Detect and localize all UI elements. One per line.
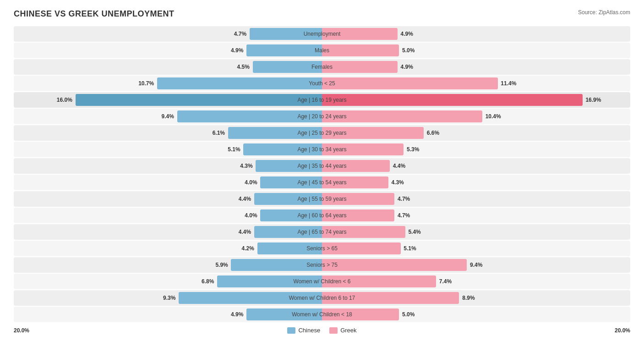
bar-left-value: 16.0% xyxy=(57,97,72,103)
bar-left-value: 4.3% xyxy=(240,163,252,169)
bar-row: 5.9%9.4%Seniors > 75 xyxy=(14,257,630,273)
bar-pink xyxy=(322,44,399,56)
legend-box-greek xyxy=(329,327,338,334)
bar-blue xyxy=(157,77,322,89)
bar-row: 4.4%4.7%Age | 55 to 59 years xyxy=(14,191,630,207)
bar-label: Age | 20 to 24 years xyxy=(297,109,346,124)
bar-right-value: 4.7% xyxy=(398,196,410,202)
bar-left-value: 10.7% xyxy=(138,80,154,87)
bar-row: 6.8%7.4%Women w/ Children < 6 xyxy=(14,274,630,289)
bar-pink xyxy=(322,259,467,271)
bar-row: 4.4%5.4%Age | 65 to 74 years xyxy=(14,224,630,240)
bar-label: Males xyxy=(315,43,329,58)
bar-blue xyxy=(246,44,322,56)
chart-body: 4.7%4.9%Unemployment4.9%5.0%Males4.5%4.9… xyxy=(14,26,630,322)
bar-row: 4.5%4.9%Females xyxy=(14,59,630,75)
bar-label: Youth < 25 xyxy=(309,76,335,91)
bar-row: 16.0%16.9%Age | 16 to 19 years xyxy=(14,92,630,108)
bar-blue xyxy=(76,94,322,106)
bar-left-value: 5.1% xyxy=(228,146,240,153)
chart-source: Source: ZipAtlas.com xyxy=(578,9,630,16)
bar-row: 4.3%4.4%Age | 35 to 44 years xyxy=(14,158,630,174)
chart-footer: 20.0% Chinese Greek 20.0% xyxy=(14,327,630,334)
bar-label: Seniors > 75 xyxy=(306,257,338,273)
x-axis-left: 20.0% xyxy=(14,327,29,334)
bar-pink xyxy=(322,61,398,73)
bar-row: 10.7%11.4%Youth < 25 xyxy=(14,76,630,91)
bar-label: Age | 30 to 34 years xyxy=(297,142,346,157)
bar-label: Women w/ Children < 18 xyxy=(292,307,352,322)
bar-right-value: 5.4% xyxy=(408,229,420,235)
bar-row: 9.3%8.9%Women w/ Children 6 to 17 xyxy=(14,290,630,306)
x-axis-right: 20.0% xyxy=(615,327,630,334)
bar-right-value: 7.4% xyxy=(439,278,452,285)
legend-label-chinese: Chinese xyxy=(298,327,320,334)
bar-right-value: 5.0% xyxy=(402,311,415,318)
bar-right-value: 6.6% xyxy=(427,130,439,136)
bar-label: Women w/ Children < 6 xyxy=(294,274,351,289)
bar-left-value: 4.5% xyxy=(237,64,250,70)
bar-label: Seniors > 65 xyxy=(306,241,338,256)
bar-row: 5.1%5.3%Age | 30 to 34 years xyxy=(14,142,630,157)
chart-header: CHINESE VS GREEK UNEMPLOYMENT Source: Zi… xyxy=(14,9,630,19)
bar-row: 9.4%10.4%Age | 20 to 24 years xyxy=(14,109,630,124)
bar-right-value: 4.9% xyxy=(401,64,413,70)
bar-left-value: 9.3% xyxy=(163,295,175,301)
bar-right-value: 11.4% xyxy=(501,80,516,87)
chart-title: CHINESE VS GREEK UNEMPLOYMENT xyxy=(14,9,175,19)
bar-right-value: 5.3% xyxy=(407,146,419,153)
bar-label: Age | 25 to 29 years xyxy=(297,125,346,141)
bar-label: Females xyxy=(311,59,333,75)
bar-label: Age | 45 to 54 years xyxy=(297,175,346,190)
bar-pink xyxy=(322,94,583,106)
bar-left-value: 4.4% xyxy=(239,229,251,235)
bar-left-value: 4.4% xyxy=(239,196,251,202)
chart-container: CHINESE VS GREEK UNEMPLOYMENT Source: Zi… xyxy=(14,9,630,334)
bar-label: Age | 60 to 64 years xyxy=(297,208,346,223)
bar-row: 4.7%4.9%Unemployment xyxy=(14,26,630,42)
bar-right-value: 8.9% xyxy=(462,295,475,301)
bar-right-value: 10.4% xyxy=(486,113,501,120)
legend-box-chinese xyxy=(287,327,295,334)
bar-label: Women w/ Children 6 to 17 xyxy=(289,290,355,306)
bar-label: Age | 65 to 74 years xyxy=(297,224,346,240)
bar-row: 4.2%5.1%Seniors > 65 xyxy=(14,241,630,256)
bar-label: Age | 55 to 59 years xyxy=(297,191,346,207)
bar-right-value: 16.9% xyxy=(585,97,601,103)
bar-left-value: 6.8% xyxy=(202,278,214,285)
bar-right-value: 5.1% xyxy=(404,245,416,252)
bar-right-value: 4.9% xyxy=(401,31,413,37)
bar-row: 6.1%6.6%Age | 25 to 29 years xyxy=(14,125,630,141)
bar-left-value: 4.7% xyxy=(234,31,246,37)
bar-left-value: 5.9% xyxy=(215,262,228,268)
bar-left-value: 9.4% xyxy=(162,113,174,120)
bar-row: 4.9%5.0%Women w/ Children < 18 xyxy=(14,307,630,322)
bar-right-value: 4.3% xyxy=(391,179,404,186)
bar-pink xyxy=(322,77,498,89)
bar-row: 4.0%4.7%Age | 60 to 64 years xyxy=(14,208,630,223)
bar-right-value: 4.4% xyxy=(393,163,405,169)
bar-left-value: 4.0% xyxy=(245,179,257,186)
bar-label: Age | 16 to 19 years xyxy=(297,92,346,108)
bar-left-value: 4.2% xyxy=(242,245,254,252)
bar-row: 4.0%4.3%Age | 45 to 54 years xyxy=(14,175,630,190)
bar-right-value: 9.4% xyxy=(470,262,482,268)
bar-left-value: 6.1% xyxy=(213,130,225,136)
bar-left-value: 4.9% xyxy=(231,47,243,54)
legend-item-chinese: Chinese xyxy=(287,327,320,334)
legend: Chinese Greek xyxy=(287,327,356,334)
bar-left-value: 4.9% xyxy=(231,311,243,318)
legend-item-greek: Greek xyxy=(329,327,356,334)
bar-label: Age | 35 to 44 years xyxy=(297,158,346,174)
bar-row: 4.9%5.0%Males xyxy=(14,43,630,58)
bar-left-value: 4.0% xyxy=(245,212,257,219)
legend-label-greek: Greek xyxy=(340,327,356,334)
bar-label: Unemployment xyxy=(304,26,341,42)
bar-right-value: 5.0% xyxy=(402,47,415,54)
bar-right-value: 4.7% xyxy=(398,212,410,219)
